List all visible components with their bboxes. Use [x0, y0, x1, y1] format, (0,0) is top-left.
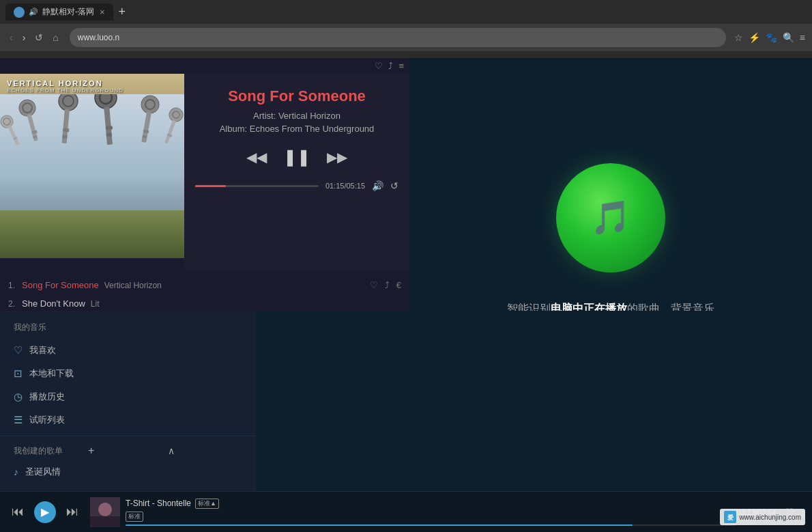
playlist-item-christmas[interactable]: ♪ 圣诞风情	[0, 461, 256, 483]
bottom-prev-button[interactable]: ⏮	[7, 501, 29, 523]
sidebar-divider	[0, 436, 256, 436]
bottom-song-info: T-Shirt - Shontelle 标准▲ 标准	[126, 499, 736, 526]
album-band-name: VERTICAL HORIZON	[7, 79, 124, 87]
song-actions: ♡ ⤴ €	[370, 280, 401, 290]
content-topbar: ♡ ⤴ ≡	[0, 58, 409, 74]
menu-icon[interactable]: ≡	[800, 32, 805, 43]
bottom-progress-bar[interactable]	[126, 524, 736, 526]
song-share-icon[interactable]: ⤴	[385, 280, 390, 290]
collapse-playlists-button[interactable]: ∧	[168, 445, 242, 456]
playlist-item-label: 圣诞风情	[25, 466, 61, 478]
nav-icons-right: ☆ ⚡ 🐾 🔍 ≡	[734, 32, 805, 43]
tab-title: 静默相对-落网	[42, 6, 94, 18]
search-icon[interactable]: 🔍	[783, 32, 794, 43]
browser-tab[interactable]: 🔊 静默相对-落网 ×	[5, 3, 113, 20]
player-info: Song For Someone Artist: Vertical Horizo…	[184, 74, 409, 270]
svg-rect-10	[63, 128, 69, 132]
watermark-logo: 爱	[724, 511, 736, 523]
album-album-name: ECHOES FROM THE UNDERGROUND	[7, 87, 124, 94]
add-playlist-button[interactable]: +	[88, 445, 162, 457]
prev-icon: ⏮	[12, 505, 24, 519]
music-player-panel: VERTICAL HORIZON ECHOES FROM THE UNDERGR…	[0, 74, 409, 326]
player-controls: ◀◀ ❚❚ ▶▶	[246, 148, 347, 167]
bottom-progress-fill	[126, 524, 633, 526]
topbar-icons: ♡ ⤴ ≡	[375, 61, 404, 71]
next-button[interactable]: ▶▶	[327, 149, 347, 165]
svg-point-31	[98, 503, 112, 516]
bottom-next-button[interactable]: ⏭	[61, 501, 83, 523]
bottom-player-controls: ⏮ ▶ ⏭	[7, 501, 83, 523]
song-artist-name: Lit	[91, 299, 401, 309]
sidebar-item-trial[interactable]: ☰ 试听列表	[0, 408, 256, 432]
next-icon: ⏭	[66, 505, 78, 519]
browser-title-bar: 🔊 静默相对-落网 × +	[0, 0, 812, 24]
app-icon[interactable]: 🐾	[766, 32, 777, 43]
watermark-text: www.aichunjing.com	[739, 514, 801, 521]
watermark: 爱 www.aichunjing.com	[720, 509, 805, 525]
sidebar-item-label: 试听列表	[29, 414, 65, 426]
album-text-overlay: VERTICAL HORIZON ECHOES FROM THE UNDERGR…	[7, 79, 124, 94]
tab-sound-icon: 🔊	[29, 8, 38, 16]
address-text: www.luoo.n	[78, 33, 718, 42]
song-more-icon[interactable]: €	[396, 280, 401, 290]
browser-nav-bar: ‹ › ↺ ⌂ www.luoo.n ☆ ⚡ 🐾 🔍 ≡	[0, 24, 812, 51]
new-tab-button[interactable]: +	[119, 5, 126, 19]
nav-forward-button[interactable]: ›	[20, 31, 29, 44]
nav-back-button[interactable]: ‹	[7, 31, 16, 44]
progress-bar[interactable]	[195, 185, 319, 187]
progress-fill	[195, 185, 226, 187]
music-note-icon: 🎵	[590, 199, 631, 237]
extension-icon[interactable]: ⚡	[749, 32, 760, 43]
sidebar-item-favorites[interactable]: ♡ 我喜欢	[0, 339, 256, 362]
browser-chrome: 🔊 静默相对-落网 × + ‹ › ↺ ⌂ www.luoo.n ☆ ⚡ 🐾 🔍…	[0, 0, 812, 58]
bottom-album-thumbnail	[90, 497, 120, 527]
song-list-item[interactable]: 1. Song For Someone Vertical Horizon ♡ ⤴…	[0, 276, 409, 294]
svg-rect-15	[106, 126, 113, 130]
prev-button[interactable]: ◀◀	[246, 149, 267, 165]
bookmark-star-icon[interactable]: ☆	[734, 32, 743, 43]
list-icon: ☰	[14, 414, 23, 426]
player-main: VERTICAL HORIZON ECHOES FROM THE UNDERGR…	[0, 74, 409, 270]
refresh-icon[interactable]: ↺	[390, 180, 398, 191]
music-note-icon: ♪	[14, 466, 18, 477]
song-artist-name: Vertical Horizon	[104, 281, 370, 290]
song-number: 1.	[8, 281, 22, 290]
address-bar[interactable]: www.luoo.n	[70, 28, 726, 47]
share-icon[interactable]: ⤴	[388, 61, 393, 71]
album-art-inner: VERTICAL HORIZON ECHOES FROM THE UNDERGR…	[0, 74, 184, 258]
thumb-image	[90, 497, 120, 527]
recognition-circle: 🎵	[556, 163, 665, 272]
sidebar-item-history[interactable]: ◷ 播放历史	[0, 385, 256, 408]
browser-favicon	[14, 7, 25, 18]
sidebar: 我的音乐 ♡ 我喜欢 ⊡ 本地和下载 ◷ 播放历史 ☰ 试听列表 我创建的歌单 …	[0, 311, 256, 491]
keys-illustration	[0, 94, 184, 258]
album-art-svg	[90, 497, 120, 527]
progress-bar-container: 01:15/05:15 🔊 ↺	[195, 180, 398, 191]
bottom-player-bar: ⏮ ▶ ⏭ T-Shirt - Shontelle 标准▲ 标准	[0, 491, 812, 532]
more-icon[interactable]: ≡	[398, 61, 404, 71]
nav-refresh-button[interactable]: ↺	[32, 31, 46, 44]
quality-badge-2: 标准	[126, 512, 143, 522]
playback-time: 01:15/05:15	[325, 182, 365, 190]
song-heart-icon[interactable]: ♡	[370, 280, 378, 290]
active-song-name: Song For Someone	[22, 280, 99, 290]
bottom-progress	[126, 524, 736, 526]
download-icon: ⊡	[14, 367, 23, 380]
bottom-play-button[interactable]: ▶	[34, 501, 56, 523]
svg-text:爱: 爱	[727, 514, 734, 521]
nav-home-button[interactable]: ⌂	[50, 31, 61, 44]
tab-close-button[interactable]: ×	[100, 7, 105, 17]
svg-rect-11	[62, 135, 67, 139]
song-album: Album: Echoes From The Underground	[220, 124, 375, 134]
my-playlists-title: 我创建的歌单	[14, 445, 88, 457]
svg-rect-1	[0, 210, 184, 258]
heart-icon[interactable]: ♡	[375, 61, 383, 71]
pause-button[interactable]: ❚❚	[283, 148, 310, 167]
volume-icon[interactable]: 🔊	[372, 180, 383, 191]
song-list-item[interactable]: 2. She Don't Know Lit	[0, 294, 409, 313]
sidebar-item-label: 我喜欢	[29, 344, 56, 356]
album-art: VERTICAL HORIZON ECHOES FROM THE UNDERGR…	[0, 74, 184, 258]
quality-badge-1: 标准▲	[195, 499, 219, 509]
app-sidebar-bottom	[256, 311, 812, 491]
sidebar-item-local[interactable]: ⊡ 本地和下载	[0, 362, 256, 385]
